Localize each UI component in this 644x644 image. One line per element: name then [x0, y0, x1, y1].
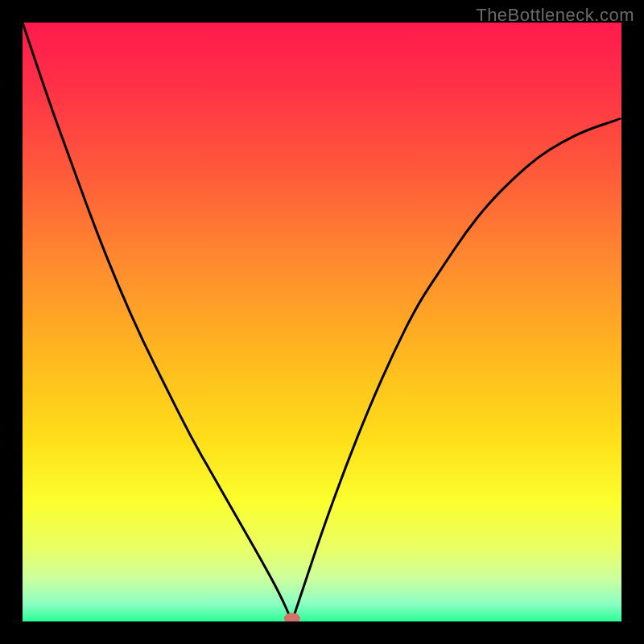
chart-svg	[23, 23, 621, 621]
watermark-text: TheBottleneck.com	[476, 5, 634, 26]
chart-container: TheBottleneck.com	[0, 0, 644, 644]
plot-area	[23, 23, 621, 621]
